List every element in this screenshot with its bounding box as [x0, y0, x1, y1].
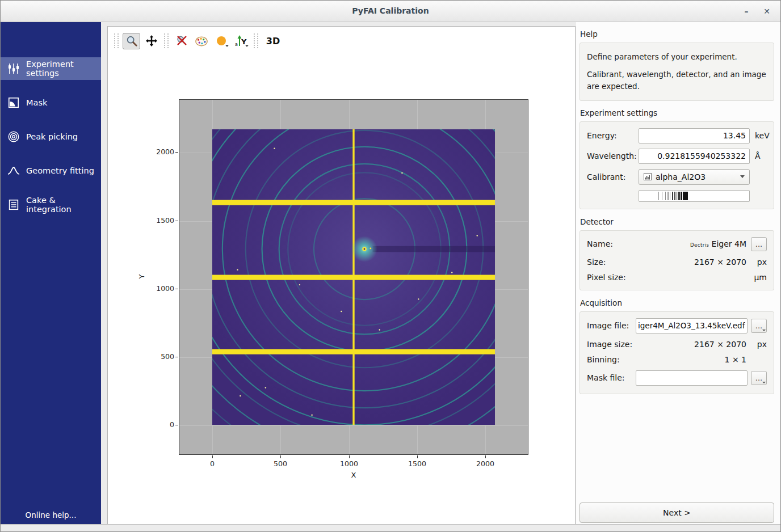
energy-label: Energy:: [587, 131, 639, 140]
mask-file-input[interactable]: [636, 370, 748, 386]
y-tick-label: 1000: [149, 284, 174, 293]
calibrant-select[interactable]: alpha_Al2O3: [639, 169, 750, 185]
acquisition-section-title: Acquisition: [580, 298, 774, 307]
pan-mode-button[interactable]: [142, 33, 160, 49]
x-tick-label: 2000: [468, 459, 502, 468]
experiment-settings-title: Experiment settings: [580, 108, 774, 117]
magnifier-icon: [125, 35, 138, 47]
sidebar-item-geometry-fitting[interactable]: Geometry fitting: [1, 159, 101, 182]
dropdown-arrow-icon: [245, 45, 249, 47]
wavelength-label: Wavelength:: [587, 151, 639, 161]
chevron-down-icon: [740, 175, 745, 178]
app-window: PyFAI Calibration – ✕ Experiment setting…: [0, 0, 781, 532]
y-tick: [175, 357, 178, 357]
mask-icon: [6, 96, 21, 109]
y-tick: [175, 289, 178, 289]
image-size-unit: px: [748, 340, 767, 349]
detector-select-button[interactable]: ...: [751, 237, 767, 251]
next-button[interactable]: Next >: [580, 503, 774, 523]
detector-box: Name: DectrisEiger 4M ... Size: 2167 × 2…: [580, 230, 774, 290]
sidebar-item-experiment-settings[interactable]: Experiment settings: [1, 57, 101, 80]
y-tick-label: 2000: [149, 147, 174, 156]
detector-size-label: Size:: [587, 257, 606, 267]
peak-picking-icon: [6, 130, 21, 143]
toolbar-grip[interactable]: [254, 33, 258, 48]
binning-value: 1 × 1: [620, 355, 748, 364]
y-tick-label: 500: [149, 352, 174, 361]
y-tick-label: 1500: [149, 216, 174, 225]
image-file-browse-button[interactable]: ...: [751, 319, 767, 333]
dropdown-arrow-icon: [225, 45, 229, 47]
y-tick: [175, 221, 178, 221]
y-axis-title: Y: [137, 268, 146, 285]
right-panel: Help Define parameters of your experimen…: [576, 22, 780, 524]
mask-color-button[interactable]: [212, 33, 230, 49]
image-file-label: Image file:: [587, 321, 636, 330]
calibrant-label: Calibrant:: [587, 172, 639, 181]
zoom-mode-button[interactable]: [123, 33, 140, 49]
x-tick: [417, 455, 418, 458]
calibrant-ring-preview: [639, 190, 750, 202]
help-line-2: Calibrant, wavelength, detector, and an …: [587, 69, 767, 92]
detector-image[interactable]: [212, 129, 495, 425]
help-box: Define parameters of your experiment. Ca…: [580, 43, 774, 101]
y-tick: [175, 152, 178, 153]
acquisition-box: Image file: ... Image size: 2167 × 2070 …: [580, 311, 774, 394]
detector-brand: Dectris: [690, 242, 709, 248]
x-tick-label: 1500: [400, 459, 434, 468]
sidebar: Experiment settings Mask Peak picking: [1, 22, 101, 524]
detector-section-title: Detector: [580, 217, 774, 226]
detector-size-unit: px: [748, 257, 767, 267]
plot-axes[interactable]: [179, 99, 528, 455]
energy-unit: keV: [750, 131, 767, 140]
detector-name-value: DectrisEiger 4M: [613, 239, 748, 248]
detector-image-svg: [212, 129, 495, 425]
pan-icon: [145, 35, 158, 47]
detector-name-label: Name:: [587, 239, 613, 248]
sidebar-item-label: Cake & integration: [26, 196, 101, 214]
y-tick-label: 0: [149, 420, 174, 429]
dropdown-arrow-icon: [762, 382, 766, 383]
pixel-size-unit: μm: [748, 273, 767, 282]
x-tick: [349, 455, 350, 458]
close-button[interactable]: ✕: [760, 5, 774, 18]
pixel-size-label: Pixel size:: [587, 273, 626, 282]
titlebar: PyFAI Calibration – ✕: [1, 1, 780, 22]
zoom-reset-button[interactable]: [173, 33, 190, 49]
zoom-reset-icon: [175, 35, 188, 47]
x-tick: [212, 455, 213, 458]
sidebar-item-label: Geometry fitting: [26, 166, 94, 175]
window-title: PyFAI Calibration: [1, 1, 780, 21]
x-tick: [485, 455, 486, 458]
calibrant-value: alpha_Al2O3: [656, 172, 706, 181]
sidebar-item-peak-picking[interactable]: Peak picking: [1, 125, 101, 148]
cake-integration-icon: [6, 198, 21, 212]
svg-text:a: a: [235, 42, 238, 47]
plot-toolbar: a Y 3D: [111, 32, 285, 50]
sidebar-item-label: Experiment settings: [26, 60, 101, 78]
online-help-link[interactable]: Online help...: [1, 510, 101, 520]
plot-widget: a Y 3D: [107, 26, 576, 525]
image-file-input[interactable]: [636, 318, 748, 333]
toolbar-grip[interactable]: [114, 33, 119, 48]
detector-size-value: 2167 × 2070: [606, 257, 748, 267]
energy-input[interactable]: [639, 128, 750, 143]
toolbar-grip[interactable]: [164, 33, 169, 48]
axes-orientation-button[interactable]: a Y: [232, 33, 250, 49]
view-3d-button[interactable]: 3D: [262, 33, 284, 49]
wavelength-unit: Å: [750, 151, 767, 161]
sidebar-item-cake-integration[interactable]: Cake & integration: [1, 193, 101, 216]
sidebar-item-label: Peak picking: [26, 132, 78, 141]
geometry-fitting-icon: [6, 164, 21, 178]
mask-file-browse-button[interactable]: ...: [751, 371, 767, 385]
sliders-icon: [6, 62, 21, 75]
sidebar-item-mask[interactable]: Mask: [1, 91, 101, 114]
status-bar: [1, 524, 780, 531]
wavelength-input[interactable]: [639, 149, 750, 164]
sidebar-item-label: Mask: [26, 98, 47, 107]
help-section-title: Help: [580, 29, 774, 39]
colormap-button[interactable]: [192, 33, 210, 49]
x-tick-label: 0: [195, 459, 229, 468]
minimize-button[interactable]: –: [740, 5, 753, 18]
binning-label: Binning:: [587, 355, 620, 364]
